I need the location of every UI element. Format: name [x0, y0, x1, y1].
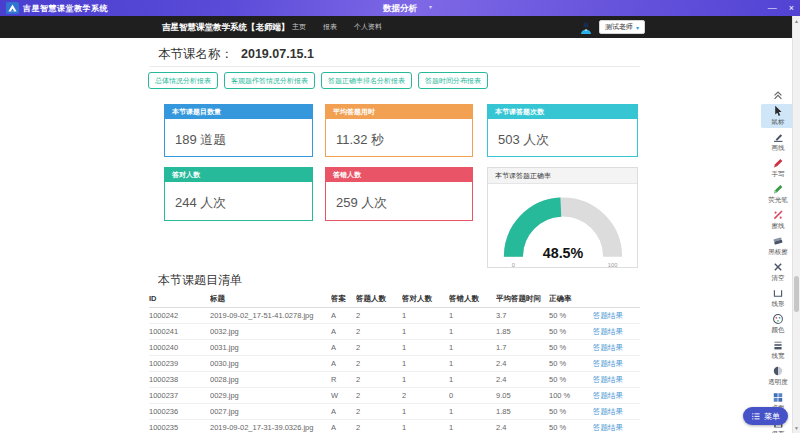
cell-id: 1000242 [149, 311, 210, 320]
cell-id: 1000235 [149, 423, 210, 432]
cell-title: 0031.jpg [210, 343, 331, 352]
cell-title: 0030.jpg [210, 359, 331, 368]
line-shape-icon [772, 287, 784, 299]
col-answer: 答案 [331, 294, 356, 304]
user-avatar-icon [579, 21, 593, 35]
user-menu-button[interactable]: 测试老师 ▾ [599, 20, 645, 34]
answer-result-link[interactable]: 答题结果 [593, 423, 639, 433]
answer-result-link[interactable]: 答题结果 [593, 407, 639, 417]
stat-card-wrong-count: 答错人数 259 人次 [325, 167, 473, 221]
menu-fab-button[interactable]: 菜单 [743, 407, 788, 425]
tool-clear[interactable]: 清空 [761, 260, 795, 284]
cell-title: 0029.jpg [210, 391, 331, 400]
answer-result-link[interactable]: 答题结果 [593, 391, 639, 401]
highlighter-icon [772, 183, 784, 195]
objective-answer-report-button[interactable]: 客观题作答情况分析报表 [224, 72, 315, 89]
tool-board-eraser[interactable]: 黑板擦 [761, 234, 795, 258]
answer-time-report-button[interactable]: 答题时间分布报表 [418, 72, 488, 89]
answer-result-link[interactable]: 答题结果 [593, 343, 639, 353]
line-width-icon [772, 339, 784, 351]
gauge-value-label: 48.5% [542, 245, 583, 261]
draw-line-icon [772, 131, 784, 143]
cell-title: 0032.jpg [210, 327, 331, 336]
stat-card-title: 答错人数 [326, 168, 472, 182]
nav-item-home[interactable]: 主页 [292, 22, 306, 32]
table-row: 1000239 0030.jpg A 2 1 1 2.4 50 % 答题结果 [149, 356, 640, 372]
app-title: 吉星智慧课堂教学系统 [23, 3, 108, 14]
cell-avg-time: 9.05 [496, 391, 549, 400]
report-button-row: 总体情况分析报表 客观题作答情况分析报表 答题正确率排名分析报表 答题时间分布报… [148, 72, 488, 89]
tool-mouse[interactable]: 鼠标 [761, 104, 795, 128]
table-row: 1000240 0031.jpg A 2 1 1 1.7 50 % 答题结果 [149, 340, 640, 356]
erase-line-icon [772, 209, 784, 221]
cell-avg-time: 1.85 [496, 327, 549, 336]
stat-card-title: 平均答题用时 [326, 105, 472, 119]
table-row: 1000242 2019-09-02_17-51-41.0278.jpg A 2… [149, 308, 640, 324]
scroll-down-icon[interactable]: ▼ [793, 425, 800, 431]
stat-card-question-count: 本节课题目数量 189 道题 [164, 104, 313, 157]
navbar: 吉星智慧课堂教学系统【老师端】 主页 报表 个人资料 测试老师 ▾ [0, 16, 800, 38]
nav-item-reports[interactable]: 报表 [323, 22, 337, 32]
accuracy-ranking-report-button[interactable]: 答题正确率排名分析报表 [321, 72, 412, 89]
cell-id: 1000239 [149, 359, 210, 368]
answer-result-link[interactable]: 答题结果 [593, 359, 639, 369]
cell-rate: 50 % [549, 359, 593, 368]
tool-handwrite[interactable]: 手写 [761, 156, 795, 180]
cell-id: 1000238 [149, 375, 210, 384]
table-header-row: ID 标题 答案 答题人数 答对人数 答错人数 平均答题时间 正确率 [149, 290, 640, 308]
color-palette-icon [772, 313, 784, 325]
cell-rate: 50 % [549, 407, 593, 416]
cell-answer: W [331, 391, 356, 400]
tool-erase-line[interactable]: 擦线 [761, 208, 795, 232]
tool-opacity[interactable]: 透明度 [761, 364, 795, 388]
tool-draw-line[interactable]: 画线 [761, 130, 795, 154]
lesson-label: 本节课名称： [158, 47, 233, 61]
cell-title: 2019-09-02_17-31-39.0326.jpg [210, 423, 331, 432]
stat-card-title: 本节课答题次数 [488, 105, 637, 119]
overall-report-button[interactable]: 总体情况分析报表 [148, 72, 218, 89]
col-id: ID [149, 294, 210, 303]
cell-correct: 2 [402, 391, 449, 400]
cell-answer: A [331, 343, 356, 352]
answer-result-link[interactable]: 答题结果 [593, 375, 639, 385]
tool-line-width[interactable]: 线宽 [761, 338, 795, 362]
opacity-icon [772, 365, 784, 377]
cell-correct: 1 [402, 423, 449, 432]
cell-wrong: 1 [449, 359, 496, 368]
close-button[interactable]: × [789, 0, 794, 16]
cell-correct: 1 [402, 327, 449, 336]
scroll-up-icon[interactable]: ▲ [793, 18, 800, 24]
title-caret-icon: ▾ [429, 0, 432, 16]
lesson-heading: 本节课名称：2019.07.15.1 [158, 46, 314, 63]
clear-x-icon [772, 261, 784, 273]
cell-answer: A [331, 423, 356, 432]
cell-wrong: 1 [449, 423, 496, 432]
cell-rate: 50 % [549, 327, 593, 336]
cell-avg-time: 2.4 [496, 359, 549, 368]
window-titlebar: 吉星智慧课堂教学系统 数据分析 ▾ — × [0, 0, 800, 16]
cell-correct: 1 [402, 311, 449, 320]
scrollbar-thumb[interactable] [794, 276, 799, 312]
cell-rate: 50 % [549, 375, 593, 384]
user-name: 测试老师 [605, 22, 633, 32]
tool-color[interactable]: 颜色 [761, 312, 795, 336]
minimize-button[interactable]: — [768, 0, 777, 16]
desktop-windows-icon [772, 391, 784, 403]
tool-line-shape[interactable]: 线形 [761, 286, 795, 310]
user-caret-icon: ▾ [636, 24, 639, 31]
cell-answered: 2 [356, 375, 402, 384]
cell-answered: 2 [356, 391, 402, 400]
nav-item-profile[interactable]: 个人资料 [354, 22, 382, 32]
answer-result-link[interactable]: 答题结果 [593, 327, 639, 337]
table-row: 1000235 2019-09-02_17-31-39.0326.jpg A 2… [149, 420, 640, 433]
cell-answered: 2 [356, 343, 402, 352]
answer-result-link[interactable]: 答题结果 [593, 311, 639, 321]
cell-id: 1000236 [149, 407, 210, 416]
col-title: 标题 [210, 294, 331, 304]
gauge-min-label: 0 [511, 262, 514, 268]
collapse-toolbar-button[interactable] [761, 88, 795, 102]
cell-correct: 1 [402, 407, 449, 416]
tool-highlighter[interactable]: 荧光笔 [761, 182, 795, 206]
vertical-scrollbar[interactable]: ▲ ▼ [792, 16, 800, 433]
cell-wrong: 1 [449, 343, 496, 352]
